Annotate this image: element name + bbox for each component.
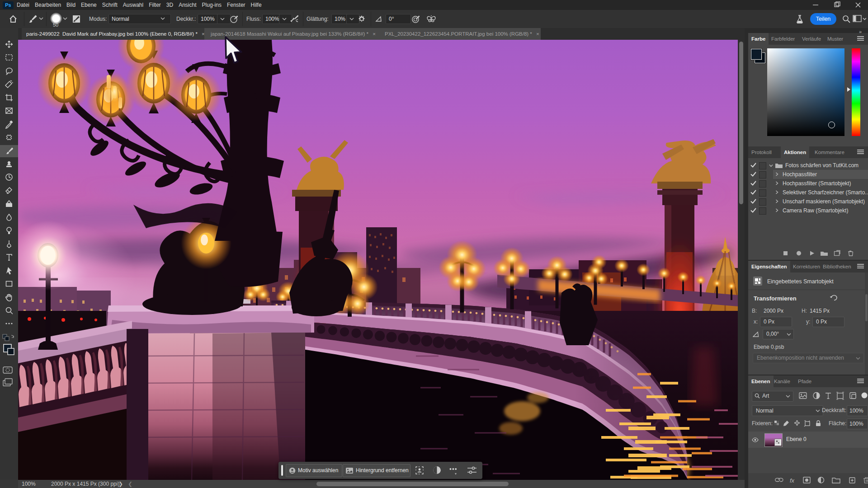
svg-text:fx: fx xyxy=(790,477,795,484)
